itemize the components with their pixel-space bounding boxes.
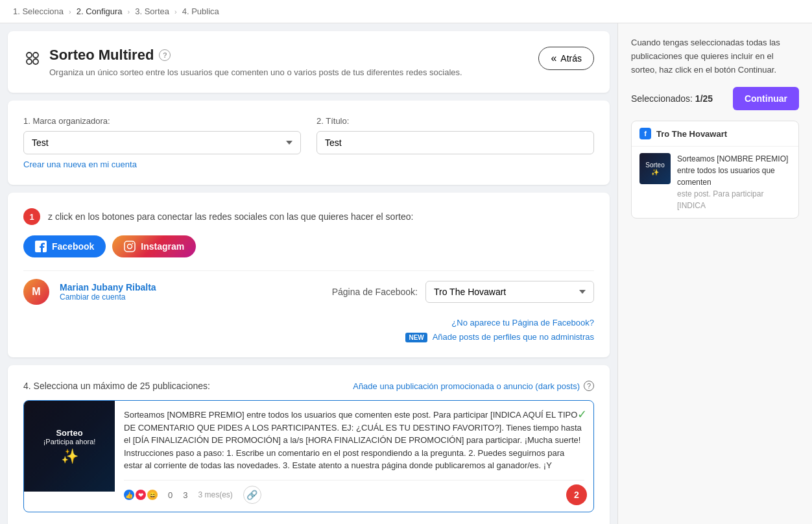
facebook-icon xyxy=(35,241,47,252)
social-buttons: Facebook Instagram xyxy=(23,235,594,257)
change-account-link[interactable]: Cambiar de cuenta xyxy=(60,292,156,302)
sidebar-post-body: Sorteo ✨ Sorteamos [NOMBRE PREMIO] entre… xyxy=(632,147,798,218)
title-label: 2. Título: xyxy=(316,116,594,126)
svg-rect-4 xyxy=(125,241,135,252)
like-reaction: 👍 xyxy=(124,490,134,500)
back-button[interactable]: « Atrás xyxy=(538,47,594,70)
publication-content: Sorteamos [NOMBRE PREMIO] entre todos lo… xyxy=(115,401,593,512)
publication-meta: 👍 ❤ 😄 0 3 3 mes(es) 🔗 xyxy=(124,480,584,504)
back-arrow-icon: « xyxy=(551,53,556,64)
header-card: Sorteo Multired ? Organiza un único sort… xyxy=(8,31,610,93)
svg-point-6 xyxy=(132,243,134,244)
step-2-badge: 2 xyxy=(566,484,587,505)
continue-button[interactable]: Continuar xyxy=(733,87,799,110)
svg-point-3 xyxy=(33,59,38,64)
breadcrumb-step-4[interactable]: 4. Publica xyxy=(182,6,219,16)
page-title: Sorteo Multired ? xyxy=(49,47,462,64)
instagram-icon xyxy=(124,241,136,252)
facebook-button[interactable]: Facebook xyxy=(23,235,106,257)
help-icon[interactable]: ? xyxy=(159,49,171,61)
breadcrumb-arrow-2: › xyxy=(128,8,130,16)
brand-group: 1. Marca organizadora: Test Crear una nu… xyxy=(23,116,301,169)
add-profiles-row: NEW Añade posts de perfiles que no admin… xyxy=(405,331,594,342)
pub-time: 3 mes(es) xyxy=(198,490,232,499)
publication-item[interactable]: Sorteo ¡Participa ahora! ✨ Sorteamos [NO… xyxy=(23,400,594,512)
check-icon: ✓ xyxy=(577,407,587,422)
title-input[interactable] xyxy=(316,131,594,154)
header-subtitle: Organiza un único sorteo entre los usuar… xyxy=(49,67,462,77)
account-row: M Marian Jubany Ribalta Cambiar de cuent… xyxy=(23,270,594,313)
publications-card: 4. Selecciona un máximo de 25 publicacio… xyxy=(8,365,610,524)
svg-point-0 xyxy=(27,53,32,58)
app-icon xyxy=(23,49,42,67)
pub-image-subtitle: ¡Participa ahora! xyxy=(43,438,96,446)
account-name: Marian Jubany Ribalta xyxy=(60,282,156,292)
breadcrumb-step-3[interactable]: 3. Sortea xyxy=(135,6,169,16)
breadcrumb-step-1[interactable]: 1. Selecciona xyxy=(13,6,64,16)
pub-link-button[interactable]: 🔗 xyxy=(243,486,261,504)
social-card: 1 z click en los botones para conectar l… xyxy=(8,193,610,357)
add-profiles-link[interactable]: Añade posts de perfiles que no administr… xyxy=(433,332,594,342)
question-icon: ? xyxy=(584,381,594,391)
svg-point-1 xyxy=(33,53,38,58)
publications-title: 4. Selecciona un máximo de 25 publicacio… xyxy=(23,381,210,391)
instagram-button[interactable]: Instagram xyxy=(112,235,196,257)
haha-reaction: 😄 xyxy=(147,490,158,500)
love-reaction: ❤ xyxy=(136,490,146,500)
sidebar-post-header: f Tro The Hovawart xyxy=(632,121,798,147)
sidebar-post-preview: f Tro The Hovawart Sorteo ✨ Sorteamos [N… xyxy=(631,121,799,219)
brand-select[interactable]: Test xyxy=(23,131,301,154)
no-page-link[interactable]: ¿No aparece tu Página de Facebook? xyxy=(451,318,594,328)
account-info: Marian Jubany Ribalta Cambiar de cuenta xyxy=(60,282,156,302)
new-badge: NEW xyxy=(405,333,427,342)
add-promoted-link[interactable]: Añade una publicación promocionada o anu… xyxy=(353,381,594,391)
svg-point-2 xyxy=(27,59,32,64)
create-brand-link[interactable]: Crear una nueva en mi cuenta xyxy=(23,160,137,169)
brand-label: 1. Marca organizadora: xyxy=(23,116,301,126)
right-sidebar: Cuando tengas seleccionadas todas las pu… xyxy=(617,23,812,524)
reactions-count: 0 xyxy=(168,490,173,500)
sidebar-intro: Cuando tengas seleccionadas todas las pu… xyxy=(631,36,799,77)
page-label: Página de Facebook: xyxy=(332,287,418,297)
sidebar-post-thumbnail: Sorteo ✨ xyxy=(639,153,671,184)
breadcrumb-arrow-1: › xyxy=(69,8,71,16)
page-selector: Página de Facebook: Tro The Hovawart xyxy=(167,281,594,303)
helper-links: ¿No aparece tu Página de Facebook? NEW A… xyxy=(23,318,594,342)
breadcrumb: 1. Selecciona › 2. Configura › 3. Sortea… xyxy=(0,0,812,23)
sidebar-post-text: Sorteamos [NOMBRE PREMIO] entre todos lo… xyxy=(677,153,791,211)
breadcrumb-arrow-3: › xyxy=(174,8,177,16)
comments-count: 3 xyxy=(183,490,187,500)
form-card: 1. Marca organizadora: Test Crear una nu… xyxy=(8,101,610,185)
avatar: M xyxy=(23,279,49,305)
sidebar-page-name: Tro The Hovawart xyxy=(656,129,727,139)
publication-image: Sorteo ¡Participa ahora! ✨ xyxy=(24,401,115,492)
page-select[interactable]: Tro The Hovawart xyxy=(425,281,594,303)
sparkle-icon: ✨ xyxy=(61,448,78,465)
sidebar-selected-row: Seleccionados: 1/25 Continuar xyxy=(631,87,799,110)
breadcrumb-step-2[interactable]: 2. Configura xyxy=(77,6,123,16)
publication-text: Sorteamos [NOMBRE PREMIO] entre todos lo… xyxy=(124,409,584,473)
reaction-icons: 👍 ❤ 😄 xyxy=(124,490,158,500)
step-1-badge: 1 xyxy=(23,208,40,225)
title-group: 2. Título: xyxy=(316,116,594,169)
social-instruction: z click en los botones para conectar las… xyxy=(48,211,413,222)
pub-image-title: Sorteo xyxy=(56,428,82,438)
publications-header: 4. Selecciona un máximo de 25 publicacio… xyxy=(23,381,594,391)
selected-label: Seleccionados: 1/25 xyxy=(631,93,713,104)
fb-small-icon: f xyxy=(639,128,651,139)
selected-count: 1/25 xyxy=(695,93,713,104)
svg-point-5 xyxy=(128,244,132,249)
